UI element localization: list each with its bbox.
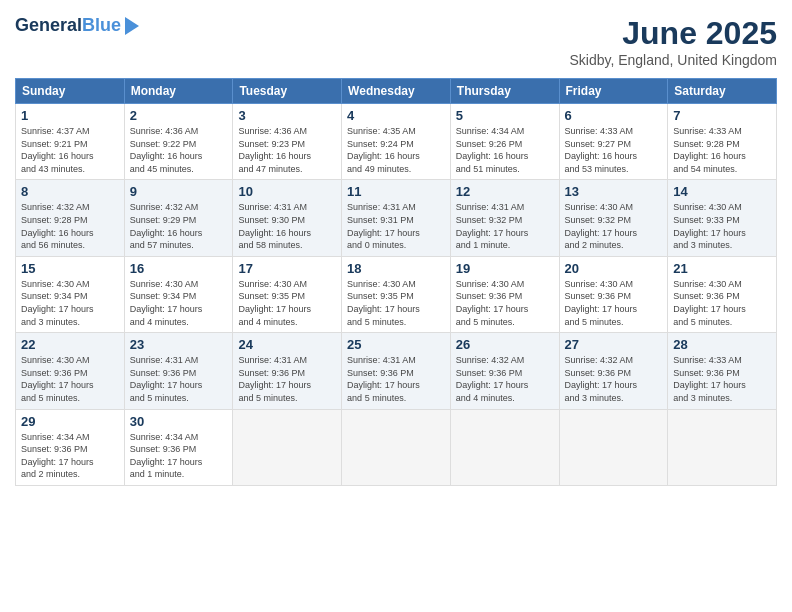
day-number: 13 xyxy=(565,184,663,199)
day-number: 1 xyxy=(21,108,119,123)
day-number: 6 xyxy=(565,108,663,123)
calendar-cell: 2Sunrise: 4:36 AM Sunset: 9:22 PM Daylig… xyxy=(124,104,233,180)
calendar-cell: 28Sunrise: 4:33 AM Sunset: 9:36 PM Dayli… xyxy=(668,333,777,409)
day-number: 9 xyxy=(130,184,228,199)
calendar-cell: 24Sunrise: 4:31 AM Sunset: 9:36 PM Dayli… xyxy=(233,333,342,409)
day-info: Sunrise: 4:34 AM Sunset: 9:36 PM Dayligh… xyxy=(21,431,119,481)
day-info: Sunrise: 4:32 AM Sunset: 9:36 PM Dayligh… xyxy=(565,354,663,404)
day-number: 14 xyxy=(673,184,771,199)
calendar-cell: 29Sunrise: 4:34 AM Sunset: 9:36 PM Dayli… xyxy=(16,409,125,485)
day-number: 22 xyxy=(21,337,119,352)
day-info: Sunrise: 4:31 AM Sunset: 9:36 PM Dayligh… xyxy=(130,354,228,404)
day-number: 10 xyxy=(238,184,336,199)
day-info: Sunrise: 4:30 AM Sunset: 9:36 PM Dayligh… xyxy=(673,278,771,328)
day-info: Sunrise: 4:32 AM Sunset: 9:29 PM Dayligh… xyxy=(130,201,228,251)
col-header-saturday: Saturday xyxy=(668,79,777,104)
calendar-cell: 7Sunrise: 4:33 AM Sunset: 9:28 PM Daylig… xyxy=(668,104,777,180)
day-number: 4 xyxy=(347,108,445,123)
calendar-body: 1Sunrise: 4:37 AM Sunset: 9:21 PM Daylig… xyxy=(16,104,777,486)
day-info: Sunrise: 4:31 AM Sunset: 9:31 PM Dayligh… xyxy=(347,201,445,251)
day-number: 5 xyxy=(456,108,554,123)
day-number: 20 xyxy=(565,261,663,276)
col-header-wednesday: Wednesday xyxy=(342,79,451,104)
calendar-cell: 15Sunrise: 4:30 AM Sunset: 9:34 PM Dayli… xyxy=(16,256,125,332)
day-info: Sunrise: 4:37 AM Sunset: 9:21 PM Dayligh… xyxy=(21,125,119,175)
calendar-cell xyxy=(342,409,451,485)
calendar-cell: 17Sunrise: 4:30 AM Sunset: 9:35 PM Dayli… xyxy=(233,256,342,332)
calendar-cell: 30Sunrise: 4:34 AM Sunset: 9:36 PM Dayli… xyxy=(124,409,233,485)
page: GeneralBlue June 2025 Skidby, England, U… xyxy=(0,0,792,612)
calendar: SundayMondayTuesdayWednesdayThursdayFrid… xyxy=(15,78,777,486)
day-info: Sunrise: 4:30 AM Sunset: 9:33 PM Dayligh… xyxy=(673,201,771,251)
calendar-cell xyxy=(233,409,342,485)
day-number: 8 xyxy=(21,184,119,199)
day-number: 28 xyxy=(673,337,771,352)
day-info: Sunrise: 4:30 AM Sunset: 9:36 PM Dayligh… xyxy=(21,354,119,404)
logo-arrow-icon xyxy=(125,17,139,35)
calendar-cell: 21Sunrise: 4:30 AM Sunset: 9:36 PM Dayli… xyxy=(668,256,777,332)
main-title: June 2025 xyxy=(569,15,777,52)
calendar-cell: 22Sunrise: 4:30 AM Sunset: 9:36 PM Dayli… xyxy=(16,333,125,409)
day-info: Sunrise: 4:30 AM Sunset: 9:36 PM Dayligh… xyxy=(565,278,663,328)
day-number: 18 xyxy=(347,261,445,276)
calendar-header: SundayMondayTuesdayWednesdayThursdayFrid… xyxy=(16,79,777,104)
day-info: Sunrise: 4:34 AM Sunset: 9:26 PM Dayligh… xyxy=(456,125,554,175)
day-info: Sunrise: 4:36 AM Sunset: 9:22 PM Dayligh… xyxy=(130,125,228,175)
calendar-cell: 26Sunrise: 4:32 AM Sunset: 9:36 PM Dayli… xyxy=(450,333,559,409)
day-info: Sunrise: 4:30 AM Sunset: 9:32 PM Dayligh… xyxy=(565,201,663,251)
day-number: 19 xyxy=(456,261,554,276)
calendar-cell: 20Sunrise: 4:30 AM Sunset: 9:36 PM Dayli… xyxy=(559,256,668,332)
day-info: Sunrise: 4:31 AM Sunset: 9:36 PM Dayligh… xyxy=(238,354,336,404)
calendar-cell: 3Sunrise: 4:36 AM Sunset: 9:23 PM Daylig… xyxy=(233,104,342,180)
day-number: 27 xyxy=(565,337,663,352)
calendar-cell xyxy=(559,409,668,485)
calendar-cell: 13Sunrise: 4:30 AM Sunset: 9:32 PM Dayli… xyxy=(559,180,668,256)
day-info: Sunrise: 4:33 AM Sunset: 9:28 PM Dayligh… xyxy=(673,125,771,175)
day-info: Sunrise: 4:30 AM Sunset: 9:35 PM Dayligh… xyxy=(238,278,336,328)
title-area: June 2025 Skidby, England, United Kingdo… xyxy=(569,15,777,68)
calendar-cell: 16Sunrise: 4:30 AM Sunset: 9:34 PM Dayli… xyxy=(124,256,233,332)
day-info: Sunrise: 4:33 AM Sunset: 9:36 PM Dayligh… xyxy=(673,354,771,404)
calendar-cell: 6Sunrise: 4:33 AM Sunset: 9:27 PM Daylig… xyxy=(559,104,668,180)
day-info: Sunrise: 4:30 AM Sunset: 9:34 PM Dayligh… xyxy=(130,278,228,328)
day-number: 16 xyxy=(130,261,228,276)
day-number: 21 xyxy=(673,261,771,276)
col-header-thursday: Thursday xyxy=(450,79,559,104)
calendar-cell: 11Sunrise: 4:31 AM Sunset: 9:31 PM Dayli… xyxy=(342,180,451,256)
day-info: Sunrise: 4:33 AM Sunset: 9:27 PM Dayligh… xyxy=(565,125,663,175)
calendar-cell: 1Sunrise: 4:37 AM Sunset: 9:21 PM Daylig… xyxy=(16,104,125,180)
col-header-monday: Monday xyxy=(124,79,233,104)
day-info: Sunrise: 4:36 AM Sunset: 9:23 PM Dayligh… xyxy=(238,125,336,175)
day-number: 11 xyxy=(347,184,445,199)
day-info: Sunrise: 4:31 AM Sunset: 9:30 PM Dayligh… xyxy=(238,201,336,251)
calendar-cell: 27Sunrise: 4:32 AM Sunset: 9:36 PM Dayli… xyxy=(559,333,668,409)
day-number: 26 xyxy=(456,337,554,352)
calendar-cell: 25Sunrise: 4:31 AM Sunset: 9:36 PM Dayli… xyxy=(342,333,451,409)
day-info: Sunrise: 4:30 AM Sunset: 9:34 PM Dayligh… xyxy=(21,278,119,328)
day-number: 23 xyxy=(130,337,228,352)
header: GeneralBlue June 2025 Skidby, England, U… xyxy=(15,15,777,68)
calendar-cell: 5Sunrise: 4:34 AM Sunset: 9:26 PM Daylig… xyxy=(450,104,559,180)
day-info: Sunrise: 4:30 AM Sunset: 9:36 PM Dayligh… xyxy=(456,278,554,328)
logo: GeneralBlue xyxy=(15,15,139,37)
calendar-cell: 4Sunrise: 4:35 AM Sunset: 9:24 PM Daylig… xyxy=(342,104,451,180)
day-number: 17 xyxy=(238,261,336,276)
logo-text: GeneralBlue xyxy=(15,15,121,37)
day-number: 29 xyxy=(21,414,119,429)
calendar-cell: 9Sunrise: 4:32 AM Sunset: 9:29 PM Daylig… xyxy=(124,180,233,256)
col-header-sunday: Sunday xyxy=(16,79,125,104)
day-info: Sunrise: 4:32 AM Sunset: 9:36 PM Dayligh… xyxy=(456,354,554,404)
day-number: 12 xyxy=(456,184,554,199)
calendar-cell xyxy=(450,409,559,485)
day-info: Sunrise: 4:31 AM Sunset: 9:32 PM Dayligh… xyxy=(456,201,554,251)
calendar-cell: 19Sunrise: 4:30 AM Sunset: 9:36 PM Dayli… xyxy=(450,256,559,332)
calendar-cell: 18Sunrise: 4:30 AM Sunset: 9:35 PM Dayli… xyxy=(342,256,451,332)
calendar-cell: 10Sunrise: 4:31 AM Sunset: 9:30 PM Dayli… xyxy=(233,180,342,256)
day-number: 30 xyxy=(130,414,228,429)
calendar-cell xyxy=(668,409,777,485)
day-info: Sunrise: 4:30 AM Sunset: 9:35 PM Dayligh… xyxy=(347,278,445,328)
day-number: 2 xyxy=(130,108,228,123)
day-info: Sunrise: 4:31 AM Sunset: 9:36 PM Dayligh… xyxy=(347,354,445,404)
calendar-cell: 12Sunrise: 4:31 AM Sunset: 9:32 PM Dayli… xyxy=(450,180,559,256)
day-number: 3 xyxy=(238,108,336,123)
